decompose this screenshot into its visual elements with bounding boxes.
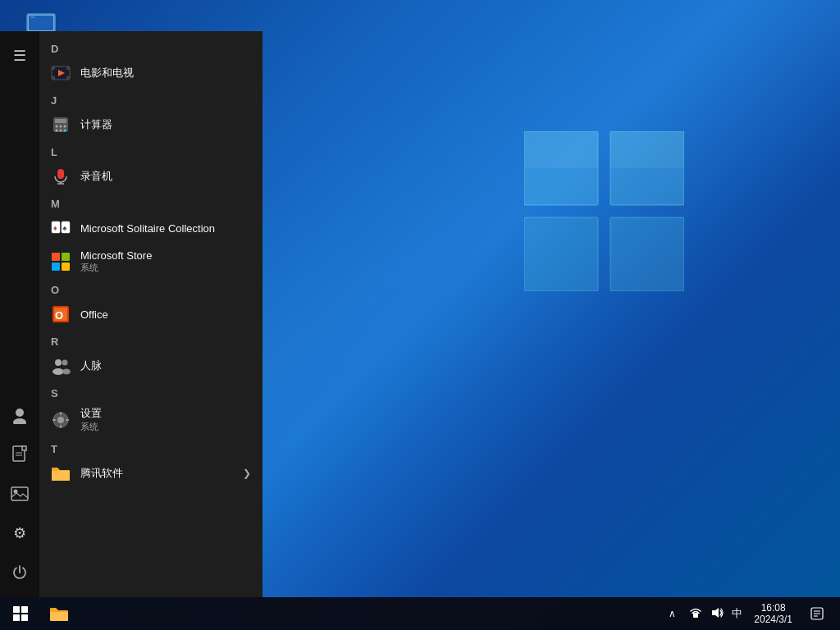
svg-point-28 <box>60 126 62 128</box>
tray-network-icon[interactable] <box>687 605 704 623</box>
svg-point-52 <box>57 417 64 423</box>
section-d: D <box>39 38 262 57</box>
settings-sidebar-icon[interactable]: ⚙ <box>0 515 39 551</box>
tray-chevron[interactable]: ∧ <box>667 606 678 621</box>
app-item-settings[interactable]: 设置 系统 <box>39 401 262 438</box>
app-item-msstore[interactable]: Microsoft Store 系统 <box>39 244 262 279</box>
svg-rect-42 <box>52 262 60 271</box>
msstore-info: Microsoft Store 系统 <box>80 249 152 274</box>
settings-info: 设置 系统 <box>80 406 102 433</box>
app-item-solitaire[interactable]: ♦ ♠ Microsoft Solitaire Collection <box>39 212 262 244</box>
tencent-folder-icon <box>51 463 71 483</box>
svg-rect-41 <box>62 253 70 261</box>
svg-rect-56 <box>66 419 69 421</box>
app-item-tencent[interactable]: 腾讯软件 ❯ <box>39 457 262 490</box>
system-tray: ∧ 中 16:08 2024/3/1 <box>662 597 840 630</box>
svg-rect-14 <box>22 446 26 450</box>
svg-rect-17 <box>11 487 28 500</box>
file-explorer-icon <box>49 605 69 623</box>
svg-rect-2 <box>524 217 598 291</box>
people-icon <box>51 356 71 376</box>
app-name-calculator: 计算器 <box>80 117 112 132</box>
windows-start-icon <box>13 606 28 621</box>
svg-rect-21 <box>66 66 70 70</box>
svg-rect-43 <box>62 262 70 271</box>
svg-rect-60 <box>13 614 20 621</box>
documents-icon[interactable] <box>0 436 39 472</box>
app-name-movies: 电影和电视 <box>80 66 134 80</box>
svg-point-32 <box>64 130 66 132</box>
svg-rect-54 <box>60 425 62 428</box>
app-item-people[interactable]: 人脉 <box>39 349 262 382</box>
calculator-icon <box>51 115 71 135</box>
svg-point-18 <box>14 490 18 494</box>
app-subtitle-msstore: 系统 <box>80 262 152 274</box>
movies-icon <box>51 63 71 83</box>
windows-logo <box>524 131 684 291</box>
app-name-people: 人脉 <box>80 358 102 373</box>
svg-point-47 <box>55 359 62 366</box>
svg-rect-3 <box>610 217 684 291</box>
section-m: M <box>39 193 262 212</box>
svg-rect-58 <box>13 606 20 613</box>
app-name-solitaire: Microsoft Solitaire Collection <box>80 222 215 235</box>
start-button[interactable] <box>0 597 41 630</box>
svg-rect-22 <box>52 76 55 80</box>
svg-rect-33 <box>57 169 64 179</box>
svg-text:O: O <box>55 309 63 322</box>
tray-volume-icon[interactable] <box>709 605 725 623</box>
svg-point-27 <box>56 126 58 128</box>
app-item-movies[interactable]: 电影和电视 <box>39 57 262 89</box>
svg-text:♠: ♠ <box>63 224 67 232</box>
svg-rect-53 <box>60 412 62 415</box>
svg-point-49 <box>62 360 68 366</box>
svg-point-12 <box>13 418 26 424</box>
section-t: T <box>39 438 262 457</box>
app-name-tencent: 腾讯软件 <box>80 466 123 481</box>
app-name-msstore: Microsoft Store <box>80 249 152 262</box>
tray-icons-area: ∧ <box>662 606 682 621</box>
app-list: D 电影和电视 J <box>39 31 262 597</box>
svg-rect-63 <box>693 613 698 618</box>
msstore-icon <box>51 252 71 272</box>
svg-point-11 <box>16 409 24 417</box>
app-name-settings: 设置 <box>80 406 102 421</box>
office-icon: O <box>51 304 71 324</box>
folder-expand-arrow: ❯ <box>243 468 251 479</box>
recorder-icon <box>51 167 71 186</box>
section-o: O <box>39 279 262 298</box>
svg-point-48 <box>52 368 64 375</box>
photos-sidebar-icon[interactable] <box>0 476 39 512</box>
hamburger-menu-icon[interactable]: ☰ <box>0 38 39 74</box>
svg-point-29 <box>64 126 66 128</box>
user-profile-icon[interactable] <box>0 397 39 433</box>
svg-rect-26 <box>55 119 66 123</box>
solitaire-icon: ♦ ♠ <box>51 218 71 238</box>
svg-rect-7 <box>29 16 53 30</box>
svg-point-50 <box>62 369 71 375</box>
tray-ime-icon[interactable]: 中 <box>730 605 744 623</box>
app-item-recorder[interactable]: 录音机 <box>39 160 262 193</box>
svg-rect-5 <box>610 131 684 168</box>
svg-rect-59 <box>21 606 28 613</box>
section-l: L <box>39 141 262 160</box>
section-j: J <box>39 89 262 108</box>
start-sidebar: ☰ <box>0 31 39 597</box>
file-explorer-button[interactable] <box>41 597 77 630</box>
clock-date: 2024/3/1 <box>754 614 792 625</box>
app-name-recorder: 录音机 <box>80 169 112 184</box>
notification-center-button[interactable] <box>802 597 832 630</box>
app-name-office: Office <box>80 308 108 321</box>
app-item-office[interactable]: O Office <box>39 298 262 331</box>
svg-rect-62 <box>50 612 68 621</box>
app-subtitle-settings: 系统 <box>80 421 102 433</box>
svg-point-31 <box>60 130 62 132</box>
app-item-calculator[interactable]: 计算器 <box>39 108 262 141</box>
svg-rect-23 <box>66 76 70 80</box>
svg-rect-55 <box>52 419 56 421</box>
svg-rect-20 <box>52 66 55 70</box>
section-s: S <box>39 382 262 401</box>
clock-area[interactable]: 16:08 2024/3/1 <box>749 602 797 625</box>
power-sidebar-icon[interactable] <box>0 555 39 591</box>
taskbar: ∧ 中 16:08 2024/3/1 <box>0 597 840 630</box>
